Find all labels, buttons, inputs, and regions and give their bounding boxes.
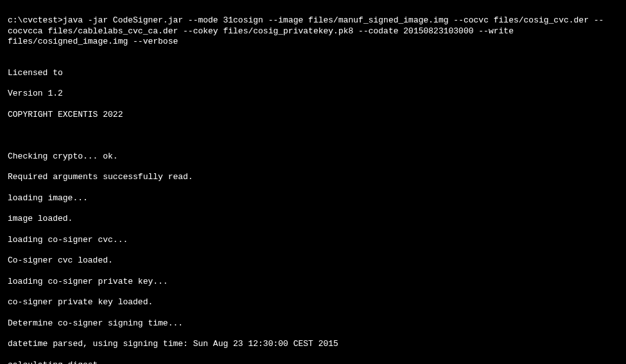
output-line: Determine co-signer signing time... [8, 318, 618, 329]
output-line: Checking crypto... ok. [8, 152, 618, 162]
output-line: loading co-signer cvc... [8, 235, 618, 245]
output-line: Licensed to [8, 68, 618, 78]
output-line: datetime parsed, using signing time: Sun… [8, 339, 618, 349]
output-line: Version 1.2 [8, 89, 618, 99]
command-line: c:\cvctest>java -jar CodeSigner.jar --mo… [8, 15, 618, 47]
output-line: COPYRIGHT EXCENTIS 2022 [8, 110, 618, 120]
output-line: co-signer private key loaded. [8, 297, 618, 308]
output-line: loading image... [8, 193, 618, 204]
output-line: image loaded. [8, 214, 618, 224]
output-line: loading co-signer private key... [8, 277, 618, 287]
output-line: Required arguments successfully read. [8, 172, 618, 182]
terminal-window[interactable]: c:\cvctest>java -jar CodeSigner.jar --mo… [8, 5, 618, 364]
output-line: calculating digest... [8, 360, 618, 365]
output-line: Co-signer cvc loaded. [8, 256, 618, 266]
prompt: c:\cvctest> [8, 15, 63, 25]
command-text: java -jar CodeSigner.jar --mode 31cosign… [8, 15, 604, 46]
